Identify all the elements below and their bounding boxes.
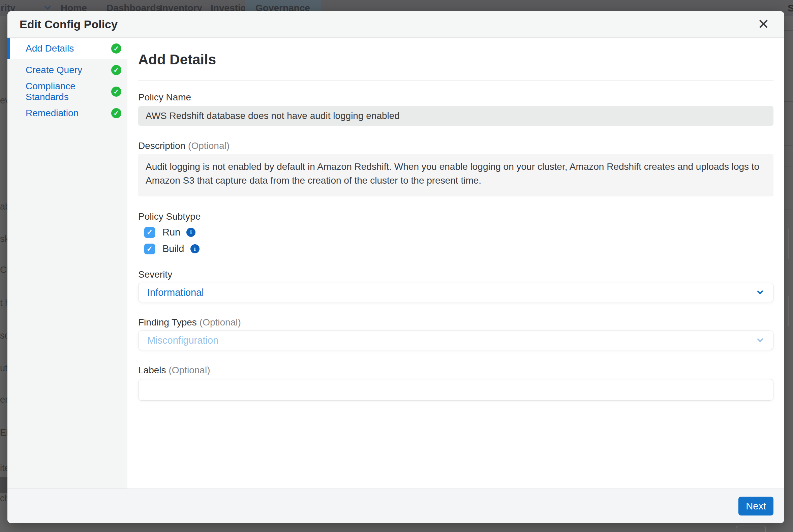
info-icon[interactable]: i (186, 228, 195, 237)
modal-body: Add Details ✓ Create Query ✓ Compliance … (7, 38, 784, 489)
sidebar-item-create-query[interactable]: Create Query ✓ (7, 59, 127, 81)
description-label: Description(Optional) (138, 140, 773, 151)
policy-name-label: Policy Name (138, 92, 773, 103)
background-dark-band (0, 477, 7, 493)
step-complete-check-icon: ✓ (111, 65, 121, 75)
chevron-down-icon (757, 289, 764, 296)
policy-name-input[interactable] (138, 106, 773, 126)
step-label: Remediation (25, 108, 78, 119)
modal-header: Edit Config Policy ✕ (7, 11, 784, 38)
step-complete-check-icon: ✓ (111, 43, 121, 54)
check-icon: ✓ (147, 229, 153, 236)
policy-subtype-label: Policy Subtype (138, 211, 773, 222)
severity-label: Severity (138, 269, 773, 280)
build-checkbox[interactable]: ✓ (144, 244, 155, 254)
severity-selected-value: Informational (147, 287, 204, 298)
labels-label: Labels(Optional) (138, 365, 773, 376)
sidebar-item-compliance-standards[interactable]: Compliance Standards ✓ (7, 81, 127, 102)
build-checkbox-label: Build (163, 243, 184, 254)
step-content: Add Details Policy Name Description(Opti… (127, 38, 784, 489)
policy-subtype-run-row: ✓ Run i (144, 227, 773, 238)
modal-title: Edit Config Policy (20, 18, 118, 31)
step-label: Compliance Standards (25, 81, 111, 102)
page-title: Add Details (138, 51, 773, 68)
sidebar-item-remediation[interactable]: Remediation ✓ (7, 102, 127, 124)
run-checkbox[interactable]: ✓ (144, 227, 155, 238)
finding-types-select[interactable]: Misconfiguration (138, 330, 773, 350)
divider (138, 80, 773, 80)
description-textarea[interactable]: Audit logging is not enabled by default … (138, 154, 773, 196)
labels-input[interactable] (138, 379, 773, 401)
step-label: Create Query (25, 65, 82, 75)
step-complete-check-icon: ✓ (111, 87, 121, 97)
step-label: Add Details (25, 43, 74, 54)
check-icon: ✓ (147, 245, 153, 253)
step-sidebar: Add Details ✓ Create Query ✓ Compliance … (7, 38, 127, 489)
info-icon[interactable]: i (190, 244, 200, 253)
close-icon[interactable]: ✕ (755, 17, 772, 31)
background-right-strip (784, 16, 793, 532)
modal-footer: Next (7, 489, 784, 523)
next-button[interactable]: Next (738, 497, 773, 515)
edit-config-policy-modal: Edit Config Policy ✕ Add Details ✓ Creat… (7, 11, 784, 523)
nav-right-partial-text: S (788, 0, 793, 16)
chevron-down-icon (44, 4, 51, 12)
sidebar-item-add-details[interactable]: Add Details ✓ (7, 38, 127, 59)
step-complete-check-icon: ✓ (111, 108, 121, 118)
severity-select[interactable]: Informational (138, 283, 773, 302)
policy-subtype-build-row: ✓ Build i (144, 243, 773, 254)
run-checkbox-label: Run (163, 227, 180, 238)
background-text-fragment: er (0, 395, 8, 405)
chevron-down-icon (757, 337, 764, 344)
finding-types-selected-value: Misconfiguration (147, 335, 219, 346)
finding-types-label: Finding Types(Optional) (138, 317, 773, 328)
background-ghost-button (736, 526, 766, 532)
